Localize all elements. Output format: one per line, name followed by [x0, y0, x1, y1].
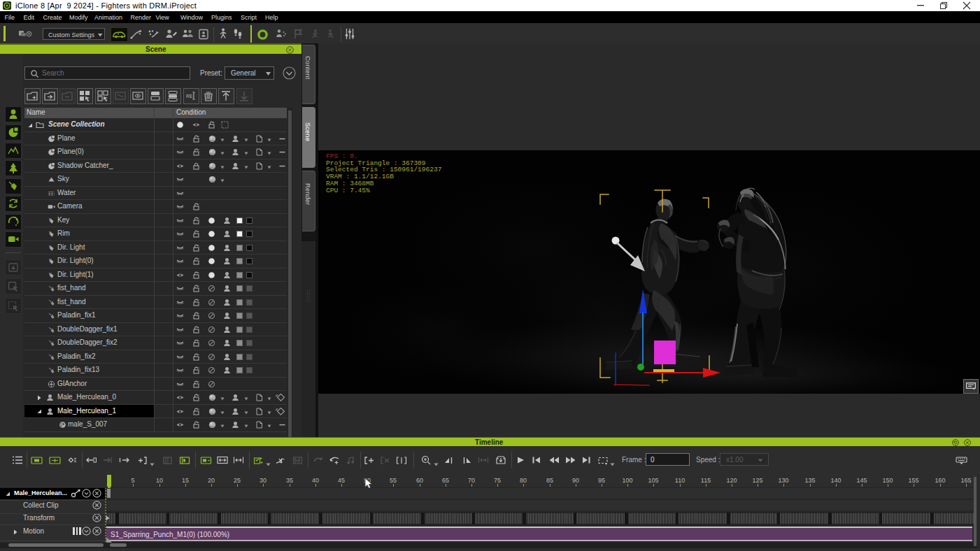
- svg-text:RE: RE: [186, 94, 193, 99]
